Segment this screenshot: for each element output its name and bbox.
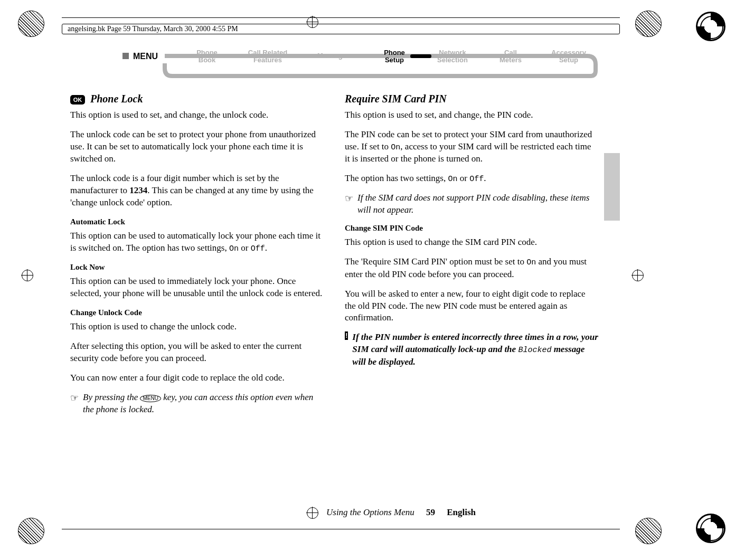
svg-text:Setup: Setup	[385, 56, 404, 64]
svg-rect-19	[526, 54, 548, 58]
right-column: Require SIM Card PIN This option is used…	[345, 90, 598, 421]
note: ☞ If the SIM card does not support PIN c…	[345, 192, 598, 216]
svg-text:Messages: Messages	[317, 52, 350, 60]
svg-text:Book: Book	[199, 56, 216, 64]
body-text: You can now enter a four digit code to r…	[70, 372, 324, 384]
svg-rect-0	[122, 53, 129, 59]
svg-text:Meters: Meters	[499, 56, 522, 64]
svg-text:MENU: MENU	[133, 52, 158, 61]
page-number: 59	[426, 507, 435, 517]
svg-rect-8	[291, 54, 313, 58]
menu-nav-bar: .lbl{font:bold 13px Arial;fill:#b0b0b0;t…	[122, 48, 598, 79]
note-text: By pressing the MENU key, you can access…	[83, 392, 324, 416]
svg-rect-10	[355, 54, 376, 58]
title-text: Phone Lock	[90, 93, 143, 105]
body-text: This option can be used to immediately l…	[70, 276, 324, 300]
body-text: This option is used to set, and change, …	[345, 109, 598, 121]
warning: ! If the PIN number is entered incorrect…	[345, 331, 598, 368]
print-header-text: angelsing.bk Page 59 Thursday, March 30,…	[68, 25, 238, 33]
left-column: OKPhone Lock This option is used to set,…	[70, 90, 324, 421]
warning-icon: !	[345, 331, 348, 340]
page-body: OKPhone Lock This option is used to set,…	[70, 90, 598, 421]
body-text: You will be asked to enter a new, four t…	[345, 288, 598, 325]
svg-text:Call: Call	[504, 49, 517, 56]
subheading: Change SIM PIN Code	[345, 223, 598, 233]
note-text: If the SIM card does not support PIN cod…	[357, 192, 598, 216]
body-text: The PIN code can be set to protect your …	[345, 129, 598, 165]
svg-rect-5	[222, 54, 243, 58]
page-footer: Using the Options Menu 59 English	[326, 507, 476, 518]
svg-rect-16	[474, 54, 495, 58]
print-header: angelsing.bk Page 59 Thursday, March 30,…	[62, 24, 620, 34]
hand-icon: ☞	[345, 192, 353, 205]
trim-mark	[632, 269, 643, 281]
section-title: Require SIM Card PIN	[345, 92, 598, 106]
crop-line	[62, 17, 620, 18]
body-text: The option has two settings, On or Off.	[345, 173, 598, 185]
body-text: After selecting this option, you will be…	[70, 340, 324, 365]
crop-line	[62, 529, 620, 529]
body-text: This option is used to change the unlock…	[70, 321, 324, 333]
ok-badge-icon: OK	[70, 95, 85, 105]
body-text: The unlock code is a four digit number w…	[70, 173, 324, 209]
body-text: The 'Require SIM Card PIN' option must b…	[345, 256, 598, 280]
svg-text:Selection: Selection	[437, 56, 468, 64]
svg-rect-13	[410, 54, 431, 58]
subheading: Lock Now	[70, 262, 324, 272]
trim-mark	[306, 507, 318, 518]
hand-icon: ☞	[70, 392, 79, 404]
warning-text: If the PIN number is entered incorrectly…	[352, 331, 598, 368]
registration-mark	[18, 518, 44, 544]
svg-text:Accessory: Accessory	[551, 49, 587, 56]
registration-mark	[18, 11, 44, 37]
svg-text:Setup: Setup	[559, 56, 578, 64]
section-title: OKPhone Lock	[70, 92, 324, 106]
body-text: The unlock code can be set to protect yo…	[70, 129, 324, 165]
page-tab	[604, 153, 620, 221]
note: ☞ By pressing the MENU key, you can acce…	[70, 392, 324, 416]
registration-mark	[635, 11, 662, 37]
body-text: This option is used to set, and change, …	[70, 109, 324, 121]
svg-text:Phone: Phone	[384, 49, 405, 56]
svg-text:Phone: Phone	[196, 49, 218, 56]
registration-mark	[635, 518, 662, 544]
subheading: Change Unlock Code	[70, 307, 324, 318]
body-text: This option is used to change the SIM ca…	[345, 236, 598, 249]
footer-language: English	[447, 507, 476, 517]
footer-section: Using the Options Menu	[326, 507, 414, 517]
svg-text:Features: Features	[253, 56, 282, 64]
menu-key-icon: MENU	[140, 395, 161, 402]
svg-rect-2	[167, 54, 193, 58]
crosshair-icon	[696, 12, 725, 41]
svg-text:Network: Network	[439, 49, 466, 56]
svg-text:Call Related: Call Related	[248, 49, 287, 56]
subheading: Automatic Lock	[70, 216, 324, 227]
body-text: This option can be used to automatically…	[70, 230, 324, 254]
trim-mark	[21, 269, 33, 281]
crosshair-icon	[696, 514, 725, 543]
